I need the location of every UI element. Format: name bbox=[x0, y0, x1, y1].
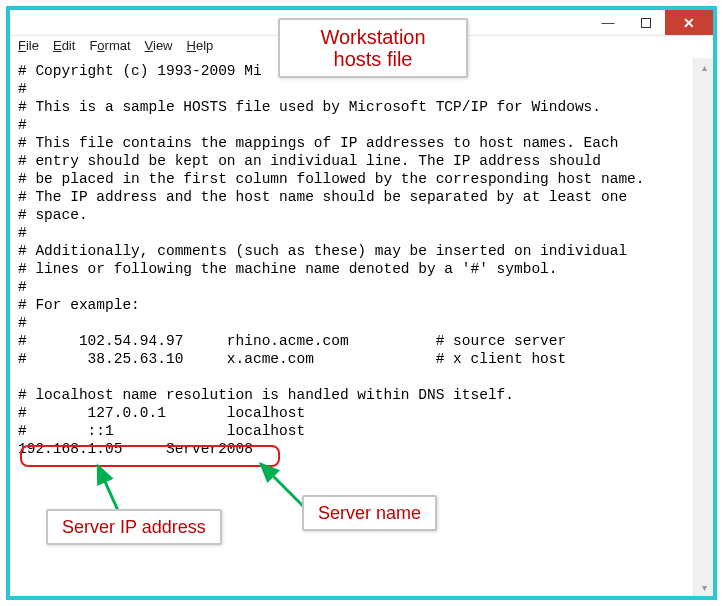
annotation-server-name: Server name bbox=[302, 495, 437, 531]
menu-help[interactable]: Help bbox=[187, 38, 214, 58]
annotation-title: Workstation hosts file bbox=[278, 18, 468, 78]
chevron-down-icon: ▾ bbox=[702, 582, 707, 593]
vertical-scrollbar[interactable]: ▴ ▾ bbox=[693, 58, 713, 596]
close-button[interactable]: ✕ bbox=[665, 10, 713, 35]
scroll-down-button[interactable]: ▾ bbox=[694, 578, 714, 596]
menu-file[interactable]: File bbox=[18, 38, 39, 58]
scroll-up-button[interactable]: ▴ bbox=[694, 58, 714, 76]
menu-view[interactable]: View bbox=[145, 38, 173, 58]
minimize-icon: — bbox=[602, 15, 615, 30]
annotation-server-ip: Server IP address bbox=[46, 509, 222, 545]
close-icon: ✕ bbox=[683, 15, 695, 31]
minimize-button[interactable]: — bbox=[589, 10, 627, 35]
chevron-up-icon: ▴ bbox=[702, 62, 707, 73]
menu-format[interactable]: Format bbox=[89, 38, 130, 58]
maximize-icon bbox=[641, 18, 651, 28]
annotation-highlight-box bbox=[20, 445, 280, 467]
maximize-button[interactable] bbox=[627, 10, 665, 35]
menu-edit[interactable]: Edit bbox=[53, 38, 75, 58]
